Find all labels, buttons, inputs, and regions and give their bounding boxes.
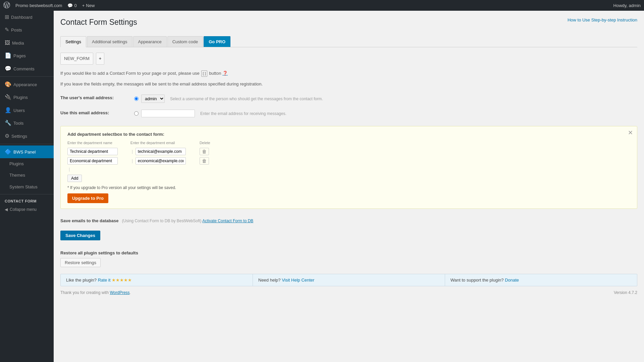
- sidebar-contact-form-section-label: Contact Form: [0, 196, 54, 204]
- user-email-select[interactable]: admin: [141, 95, 165, 103]
- tab-custom-code[interactable]: Custom code: [167, 36, 203, 47]
- use-email-hint: Enter the email address for receiving me…: [200, 111, 286, 116]
- dept-row-empty: |: [67, 166, 215, 173]
- dept-delete-btn-2[interactable]: 🗑: [200, 157, 209, 165]
- use-email-label: Use this email address:: [60, 110, 109, 115]
- dept-table: Enter the department name Enter the depa…: [67, 140, 215, 173]
- main-content: Contact Form Settings How to Use Step-by…: [54, 11, 644, 362]
- dept-name-input-2[interactable]: [67, 157, 118, 165]
- footer-bar: Like the plugin? Rate it ★★★★★ Need help…: [60, 274, 637, 286]
- tab-settings[interactable]: Settings: [60, 36, 86, 48]
- save-emails-row: Save emails to the database (Using Conta…: [60, 214, 637, 227]
- tab-bar: Settings Additional settings Appearance …: [60, 36, 637, 48]
- footer-rate-cell: Like the plugin? Rate it ★★★★★: [61, 274, 253, 286]
- new-content[interactable]: + New: [82, 3, 95, 8]
- footer-thanks-prefix: Thank you for creating with: [60, 290, 109, 295]
- admin-bar: Promo bestwebsoft.com 💬 0 + New Howdy, a…: [0, 0, 644, 11]
- page-title: Contact Form Settings: [60, 17, 137, 27]
- footer-wordpress-link[interactable]: WordPress: [110, 290, 129, 295]
- use-email-input[interactable]: [141, 110, 195, 117]
- sidebar: ⊞Dashboard ✎Posts 🖼Media 📄Pages 💬Comment…: [0, 11, 54, 362]
- wp-logo-icon: [3, 2, 10, 9]
- info-block-1: If you would like to add a Contact Form …: [60, 70, 637, 77]
- footer-help-prefix: Need help?: [258, 278, 282, 283]
- sidebar-item-bws-plugins[interactable]: Plugins: [0, 158, 54, 170]
- sidebar-item-appearance[interactable]: 🎨Appearance: [0, 78, 54, 91]
- sidebar-item-comments[interactable]: 💬Comments: [0, 62, 54, 75]
- dept-delete-btn-1[interactable]: 🗑: [200, 148, 209, 155]
- sidebar-item-settings[interactable]: ⚙Settings: [0, 130, 54, 142]
- dept-pro-notice: * If you upgrade to Pro version all your…: [67, 185, 630, 190]
- footer-like-prefix: Like the plugin?: [66, 278, 98, 283]
- add-form-button[interactable]: +: [96, 53, 105, 65]
- site-footer: Thank you for creating with WordPress. V…: [60, 286, 637, 298]
- tab-go-pro[interactable]: Go PRO: [204, 36, 230, 47]
- info-help-icon[interactable]: ❓: [222, 71, 228, 76]
- dept-box-close-button[interactable]: ✕: [628, 129, 633, 136]
- sidebar-item-users[interactable]: 👤Users: [0, 104, 54, 117]
- sidebar-item-tools[interactable]: 🔧Tools: [0, 117, 54, 129]
- sidebar-item-bws-themes[interactable]: Themes: [0, 170, 54, 181]
- user-email-radio[interactable]: [134, 97, 139, 101]
- dept-add-button[interactable]: Add: [67, 175, 82, 182]
- dept-row-2: | 🗑: [67, 156, 215, 166]
- save-emails-label: Save emails to the database: [60, 218, 118, 223]
- restore-settings-button[interactable]: Restore settings: [60, 258, 101, 267]
- footer-stars: ★★★★★: [112, 278, 132, 283]
- info-block-2: If you leave the fields empty, the messa…: [60, 81, 637, 87]
- user-email-row: The user's email address: admin Select a…: [60, 91, 637, 106]
- footer-version: Version 4.7.2: [614, 290, 637, 295]
- footer-help-cell: Need help? Visit Help Center: [253, 274, 445, 286]
- sidebar-item-posts[interactable]: ✎Posts: [0, 23, 54, 36]
- save-changes-button[interactable]: Save Changes: [60, 231, 100, 240]
- help-link[interactable]: How to Use Step-by-step Instruction: [568, 17, 637, 22]
- footer-support-prefix: Want to support the plugin?: [450, 278, 505, 283]
- save-emails-hint: (Using Contact Form to DB by BestWebSoft…: [122, 219, 253, 223]
- dept-col-email: Enter the department email: [130, 140, 200, 147]
- dept-email-input-2[interactable]: [136, 157, 186, 165]
- restore-label: Restore all plugin settings to defaults: [60, 250, 637, 255]
- sidebar-item-plugins[interactable]: 🔌Plugins: [0, 91, 54, 104]
- sidebar-collapse-menu[interactable]: ◀ Collapse menu: [0, 204, 54, 215]
- upgrade-to-pro-button[interactable]: Upgrade to Pro: [67, 193, 108, 203]
- new-form-button[interactable]: NEW_FORM: [60, 53, 93, 65]
- dept-col-delete: Delete: [200, 140, 215, 147]
- user-email-hint: Select a username of the person who shou…: [170, 97, 323, 101]
- sidebar-item-bws-panel[interactable]: 🔷BWS Panel: [0, 145, 54, 158]
- footer-support-cell: Want to support the plugin? Donate: [445, 274, 637, 286]
- shortcode-icon: [ ]: [201, 70, 207, 77]
- footer-rate-link[interactable]: Rate it: [98, 278, 111, 283]
- use-email-row: Use this email address: Enter the email …: [60, 106, 637, 121]
- sidebar-item-media[interactable]: 🖼Media: [0, 37, 54, 49]
- dept-box-title: Add department selectbox to the contact …: [67, 132, 215, 137]
- activate-contact-form-link[interactable]: Activate Contact Form to DB: [202, 219, 253, 223]
- sidebar-item-dashboard[interactable]: ⊞Dashboard: [0, 11, 54, 23]
- use-email-radio[interactable]: [134, 111, 139, 116]
- form-buttons-row: NEW_FORM +: [60, 53, 637, 65]
- user-email-label: The user's email address:: [60, 95, 114, 100]
- site-name[interactable]: Promo bestwebsoft.com: [15, 3, 62, 8]
- footer-donate-link[interactable]: Donate: [505, 278, 519, 283]
- dept-name-input-1[interactable]: [67, 148, 118, 155]
- sidebar-item-bws-system-status[interactable]: System Status: [0, 181, 54, 193]
- tab-additional-settings[interactable]: Additional settings: [87, 36, 132, 47]
- comments-count[interactable]: 💬 0: [67, 3, 76, 8]
- dept-email-input-1[interactable]: [136, 148, 186, 155]
- howdy-text: Howdy, admin: [613, 3, 641, 8]
- department-box: Add department selectbox to the contact …: [60, 126, 637, 209]
- tab-appearance[interactable]: Appearance: [133, 36, 167, 47]
- footer-help-link[interactable]: Visit Help Center: [282, 278, 314, 283]
- dept-row-1: | 🗑: [67, 147, 215, 156]
- dept-col-name: Enter the department name: [67, 140, 130, 147]
- sidebar-item-pages[interactable]: 📄Pages: [0, 49, 54, 62]
- settings-form-table: The user's email address: admin Select a…: [60, 91, 637, 121]
